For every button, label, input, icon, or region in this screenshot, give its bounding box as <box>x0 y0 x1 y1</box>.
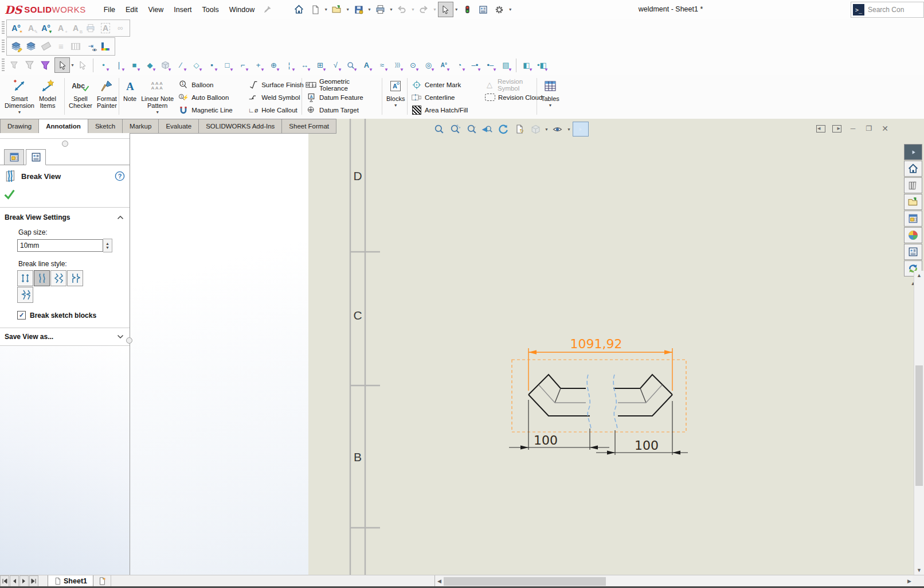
display-style-icon[interactable] <box>528 122 543 136</box>
break-style-small-zigzag-button[interactable] <box>67 270 83 286</box>
select-arrow-caret-icon[interactable]: ▼ <box>71 63 75 67</box>
filter-connection-points-icon[interactable]: –•▼ <box>467 57 483 73</box>
save-view-as-header[interactable]: Save View as... <box>5 333 53 341</box>
pin-menu-icon[interactable] <box>260 2 275 17</box>
3dexperience-button[interactable] <box>904 144 922 160</box>
blocks-button[interactable]: Blocks ▼ <box>384 77 407 116</box>
save-button[interactable] <box>351 2 366 17</box>
filter-sketches-icon[interactable]: □▼ <box>220 57 235 73</box>
break-sketch-blocks-checkbox[interactable]: ✓ <box>17 311 26 320</box>
model-items-button[interactable]: Model Items <box>37 77 58 116</box>
filter-annotations-icon[interactable]: A°▼ <box>436 57 452 73</box>
next-sheet-button[interactable] <box>19 575 29 587</box>
filter-planes-icon[interactable]: ◇▼ <box>189 57 204 73</box>
gap-size-stepper[interactable]: ▲▼ <box>103 239 112 252</box>
datum-target-button[interactable]: Datum Target <box>304 104 379 115</box>
tab-sheet-format[interactable]: Sheet Format <box>282 119 336 134</box>
filter-center-marks-icon[interactable]: ⊕▼ <box>266 57 281 73</box>
filter-surface-bodies-icon[interactable]: ◆▼ <box>142 57 158 73</box>
smart-dimension-button[interactable]: Smart Dimension ▼ <box>2 77 37 116</box>
home-button[interactable] <box>291 2 307 17</box>
previous-pane-icon[interactable]: ◀ <box>814 123 828 134</box>
center-mark-button[interactable]: Center Mark <box>409 79 483 90</box>
filter-solid-bodies-icon[interactable]: ▼ <box>158 57 173 73</box>
filter-faces-icon[interactable]: ■▼ <box>127 57 142 73</box>
redo-button[interactable] <box>416 2 432 17</box>
magnetic-line-button[interactable]: Magnetic Line <box>176 104 246 115</box>
filter-edges-icon[interactable]: ❘▼ <box>111 57 127 73</box>
filter-datums-icon[interactable]: ⊞▼ <box>312 57 328 73</box>
display-option-2-icon[interactable]: •◧▼ <box>534 57 550 73</box>
property-manager-tab[interactable] <box>26 149 46 165</box>
scroll-down-arrow-icon[interactable]: ▼ <box>914 566 924 574</box>
menu-file[interactable]: File <box>99 3 120 17</box>
filter-routing-points-icon[interactable]: •–▼ <box>483 57 498 73</box>
filter-datum-targets-icon[interactable]: ◎▼ <box>421 57 436 73</box>
spell-checker-button[interactable]: Abc Spell Checker <box>66 77 95 116</box>
filter-sketch-segments-icon[interactable]: ⌐▼ <box>235 57 250 73</box>
break-style-zigzag-button[interactable] <box>50 270 66 286</box>
filter-notes-icon[interactable]: A▼ <box>359 57 374 73</box>
print-button[interactable] <box>373 2 388 17</box>
new-document-button[interactable] <box>307 2 323 17</box>
filter-midpoints-icon[interactable]: +▼ <box>250 57 266 73</box>
toolbar-grip[interactable] <box>2 40 5 53</box>
tables-button[interactable]: Tables ▼ <box>539 77 562 116</box>
zoom-to-area-icon[interactable]: ⤡ <box>448 122 463 136</box>
selection-status-icon[interactable] <box>460 2 475 17</box>
linear-note-pattern-button[interactable]: AAAAAA Linear Note Pattern ▼ <box>139 77 176 116</box>
tab-evaluate[interactable]: Evaluate <box>159 119 199 134</box>
next-pane-icon[interactable]: ▶ <box>830 123 844 134</box>
select-caret-icon[interactable]: ▼ <box>455 7 459 11</box>
scroll-up-arrow-icon[interactable]: ▲ <box>914 271 924 279</box>
filter-centerlines-icon[interactable]: ¦▼ <box>281 57 297 73</box>
restore-window-icon[interactable]: ❐ <box>862 123 876 134</box>
tab-drawing[interactable]: Drawing <box>0 119 39 134</box>
note-new-icon[interactable]: A°✶ <box>9 21 24 35</box>
note-move-icon[interactable]: A°▼ <box>38 21 53 35</box>
help-button[interactable] <box>115 171 125 181</box>
close-window-icon[interactable]: ✕ <box>878 123 892 134</box>
panel-splitter-handle[interactable] <box>126 337 132 344</box>
print-caret-icon[interactable]: ▼ <box>389 7 393 11</box>
layer-edit-icon[interactable] <box>9 39 24 53</box>
undo-button[interactable] <box>394 2 410 17</box>
menu-insert[interactable]: Insert <box>169 3 197 17</box>
custom-properties-button[interactable] <box>904 244 922 260</box>
filter-section-lines-icon[interactable]: ◔▼ <box>452 57 467 73</box>
break-style-jagged-button[interactable] <box>17 287 33 303</box>
select-tool-button[interactable] <box>438 2 453 17</box>
filter-sketch-points-icon[interactable]: ▪▼ <box>204 57 220 73</box>
note-button[interactable]: Note <box>121 77 139 116</box>
filter-clear-all-icon[interactable] <box>22 57 37 73</box>
expand-section-icon[interactable] <box>117 334 124 339</box>
menu-edit[interactable]: Edit <box>120 3 143 17</box>
appearances-button[interactable] <box>904 227 922 243</box>
tab-sketch[interactable]: Sketch <box>88 119 123 134</box>
tab-markup[interactable]: Markup <box>123 119 159 134</box>
filter-toggle-icon[interactable] <box>37 57 53 73</box>
feature-manager-tab[interactable] <box>4 149 24 165</box>
auto-balloon-button[interactable]: ⚡Auto Balloon <box>176 92 246 103</box>
tab-solidworks-add-ins[interactable]: SOLIDWORKS Add-Ins <box>199 119 282 134</box>
search-commands-box[interactable]: >_ Search Con <box>851 2 924 18</box>
break-view-settings-header[interactable]: Break View Settings <box>5 213 71 221</box>
filter-blocks-icon[interactable]: ▤▼ <box>498 57 514 73</box>
layer-new-icon[interactable] <box>24 39 38 53</box>
display-option-1-icon[interactable]: ◧▼ <box>519 57 534 73</box>
new-document-caret-icon[interactable]: ▼ <box>324 7 328 11</box>
collapse-section-icon[interactable] <box>117 215 124 220</box>
view-palette-button[interactable] <box>904 211 922 227</box>
blocks-caret-icon[interactable]: ▼ <box>394 103 398 107</box>
scroll-left-arrow-icon[interactable]: ◀ <box>435 578 444 584</box>
options-caret-icon[interactable]: ▼ <box>508 7 512 11</box>
add-sheet-button[interactable]: ✶ <box>93 575 111 587</box>
balloon-button[interactable]: Balloon <box>176 79 246 90</box>
options-button[interactable] <box>492 2 507 17</box>
toolbar-grip[interactable] <box>2 21 5 35</box>
panel-resize-handle[interactable] <box>0 139 130 149</box>
datum-feature-button[interactable]: Datum Feature <box>304 92 379 103</box>
open-caret-icon[interactable]: ▼ <box>346 7 350 11</box>
rotate-view-icon[interactable] <box>496 122 511 136</box>
filter-weld-beads-icon[interactable]: )))▼ <box>390 57 405 73</box>
